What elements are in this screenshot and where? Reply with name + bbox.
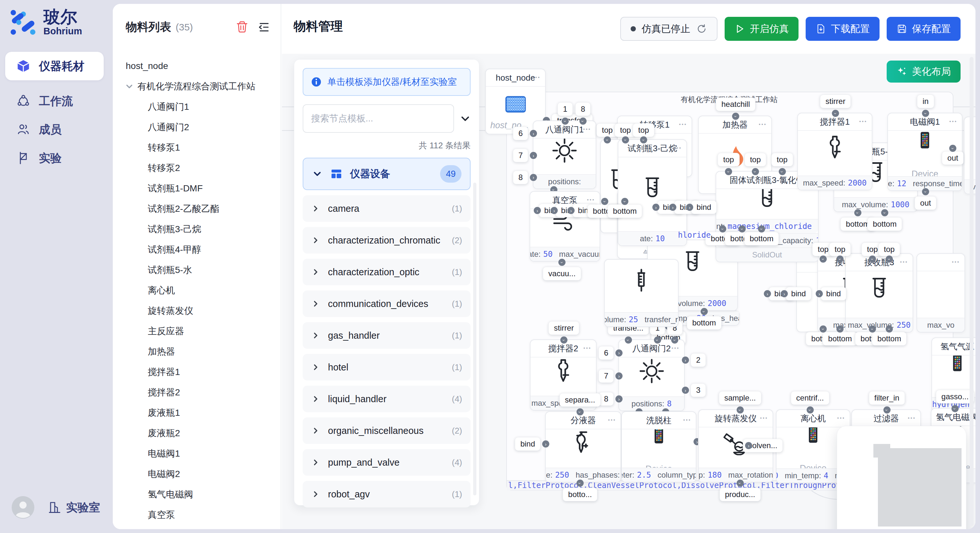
tree-item[interactable]: 试剂瓶1-DMF xyxy=(113,178,281,198)
sidebar-item-members[interactable]: 成员 xyxy=(5,115,104,144)
connector-dot[interactable]: › xyxy=(737,406,744,414)
connector-dot[interactable]: › xyxy=(616,349,622,357)
canvas-node-receiving-bottle-3[interactable]: 接收瓶3•••max_volume:250 xyxy=(845,253,913,333)
connector-dot[interactable]: › xyxy=(542,440,549,447)
tree-item[interactable]: 试剂瓶4-甲醇 xyxy=(113,239,281,260)
connector-dot[interactable]: › xyxy=(576,479,584,487)
canvas-node-stirrer-1[interactable]: 搅拌器1•••max_speed:2000stirrer› xyxy=(797,113,872,190)
sidebar-item-experiments[interactable]: 实验 xyxy=(5,144,104,172)
port-8[interactable]: 8 xyxy=(575,102,590,116)
port-in[interactable]: in xyxy=(917,95,934,108)
port-7[interactable]: 7 xyxy=(513,149,528,162)
connector-dot[interactable]: › xyxy=(621,198,628,205)
connector-dot[interactable]: › xyxy=(579,117,587,125)
search-template-input[interactable] xyxy=(303,104,454,133)
connector-dot[interactable]: › xyxy=(837,255,843,263)
save-config-button[interactable]: 保存配置 xyxy=(887,17,961,41)
port-8[interactable]: 8 xyxy=(598,392,614,406)
tree-item-group[interactable]: 有机化学流程综合测试工作站 xyxy=(113,76,281,97)
connector-dot[interactable]: › xyxy=(922,110,929,117)
connector-dot[interactable]: › xyxy=(832,110,839,117)
start-simulation-button[interactable]: 开启仿真 xyxy=(725,17,799,41)
connector-dot[interactable]: › xyxy=(625,336,632,344)
port-out[interactable]: out xyxy=(915,196,936,210)
connector-dot[interactable]: › xyxy=(807,406,814,414)
connector-dot[interactable]: › xyxy=(622,136,629,143)
node-menu-icon[interactable]: ••• xyxy=(759,121,767,127)
node-menu-icon[interactable]: ••• xyxy=(949,119,957,124)
connector-dot[interactable]: › xyxy=(781,290,788,297)
port-bind[interactable]: bind xyxy=(691,200,716,214)
connector-dot[interactable]: › xyxy=(869,255,876,263)
node-menu-icon[interactable]: ••• xyxy=(859,119,867,124)
connector-dot[interactable]: › xyxy=(764,290,771,297)
beautify-layout-button[interactable]: 美化布局 xyxy=(887,60,961,82)
port-bind[interactable]: bind xyxy=(515,437,541,451)
tree-item[interactable]: 试剂瓶2-乙酸乙酯 xyxy=(113,198,281,219)
canvas-node-elution-column[interactable]: 洗脱柱•••Devicediameter:2.5column_type:sico… xyxy=(621,411,697,482)
port-top[interactable]: top xyxy=(633,124,654,137)
port-filter_in[interactable]: filter_in xyxy=(869,391,905,405)
port-produc[interactable]: produc... xyxy=(719,488,760,501)
port-stirrer[interactable]: stirrer xyxy=(820,95,851,108)
download-config-button[interactable]: 下载配置 xyxy=(806,17,880,41)
node-menu-icon[interactable]: ••• xyxy=(683,417,691,423)
port-bind[interactable]: bind xyxy=(821,287,846,300)
node-menu-icon[interactable]: ••• xyxy=(533,75,541,80)
connector-dot[interactable]: › xyxy=(562,117,569,125)
connector-dot[interactable]: › xyxy=(752,168,759,175)
tree-item[interactable]: 加热器 xyxy=(113,341,281,362)
port-sample[interactable]: sample... xyxy=(719,391,761,405)
trash-icon[interactable] xyxy=(235,21,249,34)
template-category-gas_handler[interactable]: gas_handler(1) xyxy=(303,322,471,349)
port-bottom[interactable]: bottom xyxy=(744,232,779,246)
template-category-organic_miscellaneous[interactable]: organic_miscellaneous(2) xyxy=(303,417,471,444)
connector-dot[interactable]: › xyxy=(949,145,956,152)
port-bottom[interactable]: bottom xyxy=(607,204,642,218)
connector-dot[interactable]: › xyxy=(837,325,843,333)
template-category-hotel[interactable]: hotel(1) xyxy=(303,354,471,381)
connector-dot[interactable]: › xyxy=(725,168,732,175)
connector-dot[interactable]: › xyxy=(601,198,608,205)
port-heatchill[interactable]: heatchill xyxy=(716,97,756,111)
port-top[interactable]: top xyxy=(878,243,900,256)
tree-item[interactable]: 试剂瓶5-水 xyxy=(113,260,281,280)
connector-dot[interactable]: › xyxy=(758,225,765,233)
port-3[interactable]: 3 xyxy=(690,383,706,397)
tree-item[interactable]: 搅拌器2 xyxy=(113,382,281,403)
connector-dot[interactable]: › xyxy=(738,225,746,233)
node-menu-icon[interactable]: ••• xyxy=(908,415,916,420)
connector-dot[interactable]: › xyxy=(737,479,744,487)
connector-dot[interactable]: › xyxy=(701,308,708,315)
sidebar-item-lab[interactable]: 实验室 xyxy=(47,500,100,515)
tree-item[interactable]: 电磁阀1 xyxy=(113,443,281,464)
connector-dot[interactable]: › xyxy=(819,325,827,333)
template-category-liquid_handler[interactable]: liquid_handler(4) xyxy=(303,385,471,412)
port-separa[interactable]: separa... xyxy=(559,393,600,407)
connector-dot[interactable]: › xyxy=(686,204,693,211)
port-bottom[interactable]: bottom xyxy=(867,217,902,231)
canvas-node-transfer-pump-2[interactable]: max_volume:25transfer_rate:10 xyxy=(604,259,679,327)
template-category-characterization_optic[interactable]: characterization_optic(1) xyxy=(303,259,471,285)
port-6[interactable]: 6 xyxy=(513,127,528,140)
connector-dot[interactable]: › xyxy=(719,225,726,233)
connector-dot[interactable]: › xyxy=(530,174,537,181)
sidebar-item-instruments[interactable]: 仪器耗材 xyxy=(5,52,104,80)
connector-dot[interactable]: › xyxy=(682,357,689,364)
port-bottom[interactable]: bottom xyxy=(822,332,857,346)
connector-dot[interactable]: › xyxy=(534,207,541,214)
tree-item[interactable]: 电磁阀2 xyxy=(113,464,281,484)
port-7[interactable]: 7 xyxy=(598,369,614,383)
node-menu-icon[interactable]: ••• xyxy=(671,345,679,351)
canvas-node-eight-way-valve-2[interactable]: 八通阀门2•••positions:8transfe...›1›8›6›7›8›… xyxy=(618,339,685,411)
connector-dot[interactable]: › xyxy=(816,290,823,297)
canvas-node-vacuum-pump[interactable]: 真空泵•••ump_rate:50max_vacuum:0.1vacuu...› xyxy=(530,191,600,262)
node-menu-icon[interactable]: ••• xyxy=(952,259,960,265)
connector-dot[interactable]: › xyxy=(604,136,611,143)
canvas-node-separatory-funnel[interactable]: 分液器•••volume:250has_phases:truesepara...… xyxy=(545,411,621,482)
connector-dot[interactable]: › xyxy=(922,188,929,195)
port-1[interactable]: 1 xyxy=(557,102,573,116)
template-category-pump_and_valve[interactable]: pump_and_valve(4) xyxy=(303,449,471,476)
collapse-panel-icon[interactable] xyxy=(257,21,271,34)
simulation-status-badge[interactable]: 仿真已停止 xyxy=(620,17,718,41)
